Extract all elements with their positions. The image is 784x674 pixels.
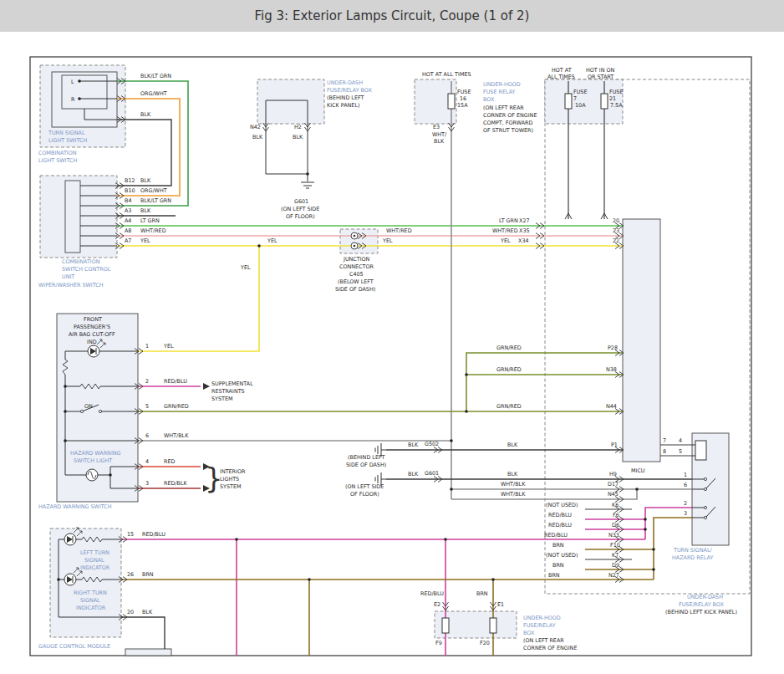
label-side-of-dash: SIDE OF DASH) [335,286,375,293]
label-grn-red: GRN/RED [164,403,189,410]
label-behind-left-kick-panel: (BEHIND LEFT KICK PANEL) [665,609,737,615]
label-yel: YEL [382,237,393,244]
label-wht-blk: WHT/BLK [164,432,189,439]
label-wht-blk: WHT/BLK [501,481,526,488]
figure-title-bar: Fig 3: Exterior Lamps Circuit, Coupe (1 … [0,0,784,32]
junction-dot-11 [235,538,238,541]
label-lt-grn: LT GRN [140,217,160,224]
label-2: 2 [145,378,149,385]
label-restraints: RESTRAINTS [211,388,245,395]
label-8: 8 [663,448,666,455]
label-turn-signal: TURN SIGNAL [48,130,85,136]
label-r: R [71,96,75,103]
label-on-left-rear: (ON LEFT REAR [523,637,564,644]
label-lights: LIGHTS [220,476,239,483]
label-d6: D6 [612,522,619,528]
label-k6: K6 [612,502,619,508]
label-5: 5 [145,403,149,410]
label-h9: H9 [609,471,617,477]
junction-dot-20 [78,79,81,83]
label-n38: N38 [606,366,617,373]
label-on-left-side: (ON LEFT SIDE [345,483,384,490]
label-wht-red: WHT/RED [386,227,412,234]
label-hot-at-all-times: HOT AT ALL TIMES [422,71,471,78]
label-a8: A8 [125,227,131,234]
label-1: 1 [145,343,149,350]
label-l: L [71,79,74,85]
junction-dot-8 [64,439,67,442]
label-light-switch: LIGHT SWITCH [48,137,87,144]
label-blk: BLK [408,442,419,448]
label-passenger-s: PASSENGER'S [74,324,110,330]
junction-dot-6 [64,385,67,388]
label-yel: YEL [140,237,150,244]
label-f20: F20 [480,640,490,646]
label-red-blu: RED/BLU [544,532,568,539]
label-under-dash: UNDER-DASH [687,594,723,600]
label-signal: SIGNAL [84,557,104,564]
junction-dot-21 [78,97,81,100]
label-on-left-rear: (ON LEFT REAR [483,105,524,111]
label-gauge-control-module: GAUGE CONTROL MODULE [38,643,110,650]
label-p1: P1 [611,442,618,448]
contact-icon-0 [80,410,83,412]
label-fuse-relay: FUSE RELAY [483,89,516,95]
label-n44: N44 [606,403,617,410]
label-blk-lt-grn: BLK/LT GRN [140,73,171,79]
label-n27: N27 [608,572,619,579]
wiring-diagram: }LRBLK/LT GRNORG/WHTBLKTURN SIGNALLIGHT … [0,32,784,674]
page: Fig 3: Exterior Lamps Circuit, Coupe (1 … [0,0,784,674]
label-system: SYSTEM [211,396,232,402]
label-compt-forward: COMPT, FORWARD [483,120,532,126]
junction-dot-5 [465,410,468,413]
label-e1: E1 [497,601,504,608]
label-indicator: INDICATOR [76,605,106,611]
label-blk: BLK [252,134,263,140]
label-d17: D17 [608,481,619,488]
label-switch-control: SWITCH CONTROL [62,266,111,273]
box-combination-switch-control-unit [40,176,117,258]
junction-dot-15 [644,518,647,521]
junction-dot-0 [257,244,261,248]
label-b10: B10 [125,187,135,194]
label-e3: E3 [433,124,440,130]
label-yel: YEL [267,237,277,244]
label-behind-left: (BEHIND LEFT [348,454,384,461]
label-26: 26 [127,571,134,578]
label-n33: N33 [608,532,619,539]
label-h2: H2 [294,124,302,130]
label-signal: SIGNAL [80,597,100,604]
label-hazard-warning: HAZARD WARNING [70,450,121,457]
label-yel: YEL [163,343,174,350]
label-blk: BLK [507,471,518,477]
label-brn: BRN [548,572,560,579]
label-15: 15 [127,531,134,538]
fuse-icon-3 [442,618,449,633]
label-indicator: INDICATOR [80,564,110,571]
label-k7: K7 [612,552,619,559]
label-grn-red: GRN/RED [496,366,522,373]
label-7: 7 [663,437,666,444]
label-20: 20 [613,217,619,224]
fuse-icon-0 [448,94,455,109]
label-brn: BRN [142,571,154,578]
junction-dot-7 [64,410,67,413]
label-d9: D9 [612,562,619,569]
contact-icon-5 [704,516,706,518]
box-partial-module-bottom [125,649,171,656]
label-below-left: (BELOW LEFT [338,278,374,285]
label-under-hood: UNDER-HOOD [483,81,521,88]
label-blk: BLK [140,111,151,118]
label-red: RED [164,458,175,465]
label-box: BOX [523,630,535,636]
label-micu: MICU [631,467,645,474]
label-wht-red: WHT/RED [492,227,518,234]
junction-dot-19 [635,488,639,491]
label-hot-at: HOT AT [552,67,572,74]
label-unit: UNIT [62,273,74,280]
contact-icon-3 [704,488,706,490]
label-turn-signal: TURN SIGNAL/ [673,547,712,554]
label-hazard-warning-switch: HAZARD WARNING SWITCH [38,503,112,510]
box-micu [623,219,660,462]
figure-title: Fig 3: Exterior Lamps Circuit, Coupe (1 … [255,8,530,23]
